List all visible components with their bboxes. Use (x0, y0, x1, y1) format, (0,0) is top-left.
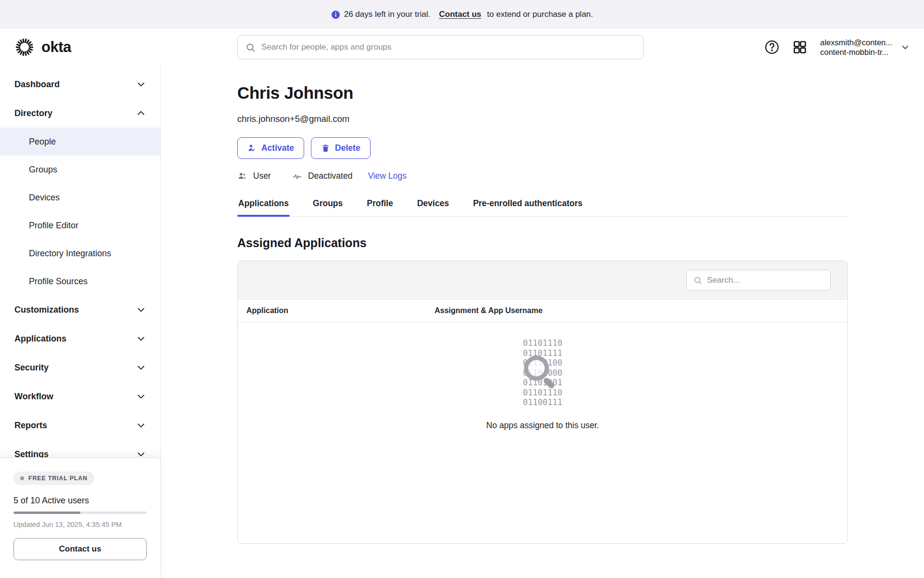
user-email: chris.johnson+5@gmail.com (237, 114, 848, 124)
sidebar-item-directory[interactable]: Directory (0, 99, 160, 128)
okta-logo[interactable]: okta (14, 37, 71, 57)
status-dot-icon (20, 476, 24, 480)
contact-us-button[interactable]: Contact us (13, 538, 147, 560)
tab-devices[interactable]: Devices (416, 198, 450, 216)
empty-state: 0110111001101111011101000110100001101001… (238, 338, 847, 431)
sidebar-item-reports[interactable]: Reports (0, 411, 160, 440)
chevron-down-icon (136, 305, 146, 315)
view-logs-link[interactable]: View Logs (368, 171, 406, 181)
binary-line: 01101110 (523, 338, 563, 348)
user-status-label: Deactivated (308, 171, 352, 181)
delete-button-label: Delete (335, 143, 360, 153)
tab-groups[interactable]: Groups (312, 198, 344, 216)
okta-logo-icon (14, 37, 35, 57)
chevron-up-icon (136, 108, 146, 118)
sidebar-item-label: Devices (29, 193, 60, 203)
applications-toolbar (238, 261, 847, 300)
chevron-down-icon (136, 79, 146, 89)
account-menu[interactable]: alexsmith@conten... content-mobbin-tr... (820, 38, 910, 57)
banner-contact-us-link[interactable]: Contact us (439, 10, 481, 19)
sidebar-item-label: Groups (29, 165, 57, 175)
binary-line: 01100111 (523, 397, 563, 407)
magnifier-icon (524, 355, 556, 387)
sidebar-item-label: Customizations (14, 305, 79, 315)
chevron-down-icon (136, 420, 146, 430)
chevron-down-icon (136, 363, 146, 372)
trial-updated-timestamp: Updated Jun 13, 2025, 4:35:45 PM (13, 521, 147, 528)
activate-user-icon (247, 144, 257, 153)
sidebar-item-devices[interactable]: Devices (0, 184, 160, 211)
sidebar-item-label: People (29, 137, 56, 147)
binary-art: 0110111001101111011101000110100001101001… (523, 338, 563, 407)
trial-banner-text-after: to extend or purchase a plan. (487, 10, 593, 19)
trash-icon (321, 144, 330, 153)
main-content: Chris Johnson chris.johnson+5@gmail.com … (161, 65, 924, 544)
assigned-applications-card: ApplicationAssignment & App Username 011… (237, 261, 848, 544)
activate-button[interactable]: Activate (237, 137, 304, 159)
sidebar-item-dashboard[interactable]: Dashboard (0, 70, 160, 99)
search-icon (245, 42, 256, 53)
chevron-down-icon (136, 334, 146, 343)
page-title-user-name: Chris Johnson (237, 83, 848, 103)
binary-line: 01101110 (523, 388, 563, 398)
column-header-application: Application (238, 306, 435, 315)
sidebar-item-security[interactable]: Security (0, 353, 160, 382)
tab-pre-enrolled-authenticators[interactable]: Pre-enrolled authenticators (472, 198, 584, 216)
sidebar-item-label: Dashboard (14, 79, 60, 90)
sidebar-item-customizations[interactable]: Customizations (0, 295, 160, 324)
active-users-count: 5 of 10 Active users (13, 496, 147, 506)
sidebar-item-applications[interactable]: Applications (0, 324, 160, 353)
activate-button-label: Activate (261, 143, 294, 153)
trial-plan-panel: FREE TRIAL PLAN 5 of 10 Active users Upd… (0, 458, 161, 578)
sidebar-item-directory-integrations[interactable]: Directory Integrations (0, 239, 160, 267)
sidebar-item-workflow[interactable]: Workflow (0, 382, 160, 411)
search-icon (693, 276, 702, 285)
apps-grid-icon[interactable] (792, 39, 808, 55)
sidebar-item-label: Workflow (14, 392, 53, 402)
info-icon (331, 10, 340, 19)
global-search[interactable] (237, 35, 644, 59)
trial-banner: 26 days left in your trial. Contact us t… (0, 0, 924, 29)
sidebar-item-profile-editor[interactable]: Profile Editor (0, 211, 160, 239)
empty-state-message: No apps assigned to this user. (238, 420, 847, 431)
assigned-applications-title: Assigned Applications (237, 236, 848, 250)
user-type-icon (237, 171, 247, 181)
free-trial-badge: FREE TRIAL PLAN (13, 472, 94, 485)
sidebar-item-label: Reports (14, 420, 47, 431)
applications-search-input[interactable] (707, 276, 823, 285)
tab-profile[interactable]: Profile (366, 198, 394, 216)
sidebar-item-groups[interactable]: Groups (0, 156, 160, 184)
tab-applications[interactable]: Applications (237, 198, 290, 216)
column-header-assignment-app-username: Assignment & App Username (435, 306, 542, 315)
user-detail-tabs: ApplicationsGroupsProfileDevicesPre-enro… (237, 198, 848, 217)
okta-logo-text: okta (41, 39, 71, 56)
trial-banner-text: 26 days left in your trial. (344, 10, 431, 19)
sidebar-item-profile-sources[interactable]: Profile Sources (0, 267, 160, 295)
app-header: okta alexsmith@conten... content-mobbin-… (0, 29, 924, 65)
sidebar-item-label: Security (14, 363, 49, 373)
sidebar-item-label: Directory Integrations (29, 249, 111, 259)
free-trial-badge-label: FREE TRIAL PLAN (28, 475, 88, 482)
account-email: alexsmith@conten... (820, 38, 892, 47)
sidebar-item-label: Profile Editor (29, 221, 78, 231)
account-org: content-mobbin-tr... (820, 47, 892, 57)
chevron-down-icon (901, 43, 910, 52)
sidebar-item-label: Directory (14, 108, 52, 118)
user-type-label: User (253, 171, 271, 181)
sidebar-item-label: Profile Sources (29, 276, 88, 287)
delete-button[interactable]: Delete (311, 137, 371, 159)
active-users-progress-fill (13, 512, 80, 514)
help-icon[interactable] (764, 39, 780, 55)
applications-table-header: ApplicationAssignment & App Username (238, 300, 847, 322)
sidebar-item-label: Applications (14, 334, 66, 344)
chevron-down-icon (136, 392, 146, 401)
global-search-input[interactable] (261, 42, 636, 52)
applications-search[interactable] (686, 270, 831, 290)
sidebar-item-people[interactable]: People (0, 128, 160, 156)
active-users-progressbar (13, 512, 147, 514)
status-pulse-icon (292, 171, 302, 181)
